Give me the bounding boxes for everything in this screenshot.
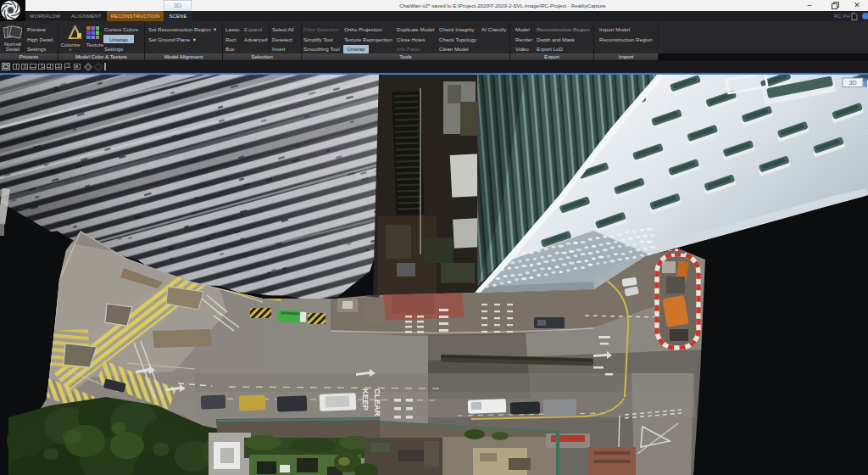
svg-text:KEEP: KEEP <box>361 388 370 411</box>
svg-text:3D: 3D <box>849 80 857 86</box>
svg-text:CLEAR: CLEAR <box>373 388 382 416</box>
